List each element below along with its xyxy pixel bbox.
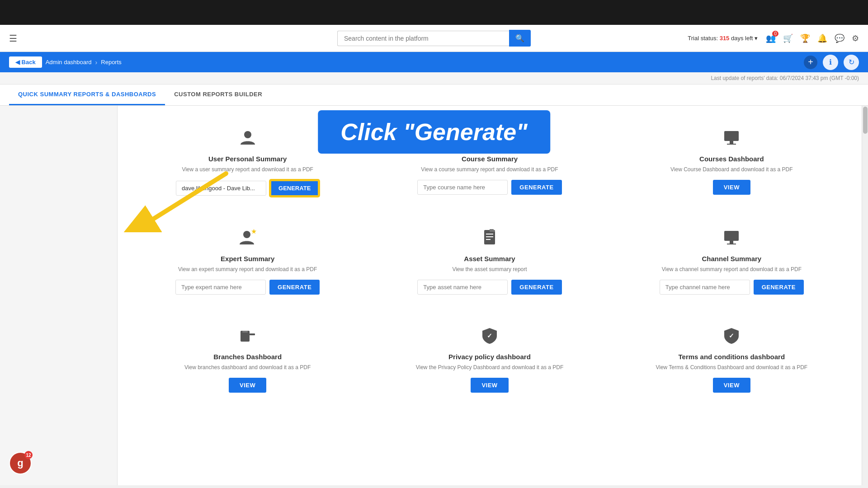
avatar-letter: g [17,457,23,469]
add-button[interactable]: + [804,56,817,69]
user-personal-summary-actions: GENERATE [145,180,350,197]
header-icons: 👥 0 🛒 🏆 🔔 💬 ⚙ [766,33,859,43]
users-badge: 0 [772,31,778,37]
svg-rect-11 [486,234,493,235]
branches-dashboard-icon [239,326,257,348]
last-update-bar: Last update of reports' data: 06/7/2024 … [0,72,868,84]
cards-area: User Personal Summary View a user summar… [118,106,862,485]
svg-text:✓: ✓ [487,332,492,339]
card-channel-summary: Channel Summary View a channel summary r… [620,219,844,304]
card-branches-dashboard: Branches Dashboard View branches dashboa… [136,317,359,402]
expert-summary-icon [239,228,257,250]
refresh-button[interactable]: ↻ [844,55,859,70]
cards-grid: User Personal Summary View a user summar… [136,119,844,402]
tab-quick-summary[interactable]: QUICK SUMMARY REPORTS & DASHBOARDS [9,84,165,105]
card-course-summary: Course Summary View a course summary rep… [377,119,601,206]
svg-rect-19 [242,331,248,333]
svg-point-8 [243,231,250,238]
svg-marker-9 [251,229,256,234]
courses-dashboard-view-button[interactable]: VIEW [713,180,750,195]
breadcrumb-admin[interactable]: Admin dashboard [46,59,92,66]
user-personal-summary-icon [239,128,257,150]
course-summary-title: Course Summary [462,155,518,163]
branches-dashboard-desc: View branches dashboard and download it … [184,363,311,371]
courses-dashboard-desc: View Course Dashboard and download it as… [670,165,793,174]
last-update-text: Last update of reports' data: 06/7/2024 … [711,75,859,81]
courses-dashboard-icon [722,128,741,150]
svg-rect-4 [486,139,491,140]
terms-conditions-actions: VIEW [629,378,835,393]
users-icon[interactable]: 👥 0 [766,33,776,43]
back-button[interactable]: ◀ Back [9,56,42,68]
avatar-badge[interactable]: g 12 [9,452,32,474]
branches-dashboard-view-button[interactable]: VIEW [229,378,266,393]
privacy-policy-desc: View the Privacy Policy Dashboard and do… [416,363,564,371]
breadcrumb-bar: ◀ Back Admin dashboard › Reports + ℹ ↻ [0,52,868,72]
card-user-personal-summary: User Personal Summary View a user summar… [136,119,359,206]
user-personal-summary-desc: View a user summary report and download … [182,165,313,174]
sidebar [0,106,118,485]
avatar-notification-badge: 12 [24,451,33,459]
user-personal-summary-generate-button[interactable]: GENERATE [270,180,319,197]
asset-summary-icon [481,228,499,250]
terms-conditions-view-button[interactable]: VIEW [713,378,750,393]
right-scrollbar[interactable] [862,106,868,485]
breadcrumb-reports: Reports [101,59,122,66]
bell-icon[interactable]: 🔔 [817,33,827,43]
top-bar [0,0,868,25]
asset-summary-input[interactable] [417,280,508,295]
expert-summary-input[interactable] [175,280,266,295]
svg-rect-12 [486,236,493,237]
asset-summary-actions: GENERATE [387,280,592,295]
svg-rect-15 [724,231,739,241]
course-summary-input[interactable] [417,180,508,195]
course-summary-generate-button[interactable]: GENERATE [511,180,561,195]
expert-summary-title: Expert Summary [221,255,274,263]
course-summary-desc: View a course summary report and downloa… [421,165,558,174]
main-content: User Personal Summary View a user summar… [0,106,868,485]
tabs-bar: QUICK SUMMARY REPORTS & DASHBOARDS CUSTO… [0,84,868,106]
svg-rect-20 [250,333,255,335]
breadcrumb-right-actions: + ℹ ↻ [804,55,859,70]
cart-icon[interactable]: 🛒 [783,33,793,43]
card-courses-dashboard: Courses Dashboard View Course Dashboard … [620,119,844,206]
svg-rect-6 [730,141,733,144]
tab-custom-reports[interactable]: CUSTOM REPORTS BUILDER [165,84,271,105]
expert-summary-generate-button[interactable]: GENERATE [269,280,320,295]
svg-marker-14 [490,229,495,232]
terms-conditions-desc: View Terms & Conditions Dashboard and do… [656,363,807,371]
info-button[interactable]: ℹ [823,55,838,70]
channel-summary-icon [722,228,741,250]
hamburger-menu[interactable]: ☰ [9,33,17,44]
branches-dashboard-title: Branches Dashboard [213,353,282,361]
expert-summary-desc: View an expert summary report and downlo… [178,265,317,273]
privacy-policy-view-button[interactable]: VIEW [471,378,508,393]
svg-rect-3 [486,136,493,137]
search-input[interactable] [337,31,509,46]
asset-summary-generate-button[interactable]: GENERATE [511,280,561,295]
user-personal-summary-title: User Personal Summary [208,155,287,163]
course-summary-actions: GENERATE [387,180,592,195]
svg-rect-5 [724,131,739,141]
svg-rect-17 [727,244,736,244]
settings-icon[interactable]: ⚙ [852,33,859,43]
header: ☰ 🔍 Trial status: 315 days left ▾ 👥 0 🛒 … [0,25,868,52]
user-personal-summary-input[interactable] [176,181,266,196]
expert-summary-actions: GENERATE [145,280,350,295]
trophy-icon[interactable]: 🏆 [800,33,810,43]
privacy-policy-icon: ✓ [481,326,499,348]
chat-icon[interactable]: 💬 [835,33,844,43]
svg-rect-13 [486,239,491,240]
card-expert-summary: Expert Summary View an expert summary re… [136,219,359,304]
svg-rect-2 [486,134,493,135]
card-privacy-policy: ✓ Privacy policy dashboard View the Priv… [377,317,601,402]
card-terms-conditions: ✓ Terms and conditions dashboard View Te… [620,317,844,402]
privacy-policy-title: Privacy policy dashboard [448,353,531,361]
search-button[interactable]: 🔍 [509,30,531,47]
scrollbar-thumb[interactable] [863,107,868,134]
channel-summary-input[interactable] [660,280,750,295]
channel-summary-actions: GENERATE [629,280,835,295]
channel-summary-generate-button[interactable]: GENERATE [754,280,804,295]
terms-conditions-icon: ✓ [722,326,741,348]
branches-dashboard-actions: VIEW [145,378,350,393]
